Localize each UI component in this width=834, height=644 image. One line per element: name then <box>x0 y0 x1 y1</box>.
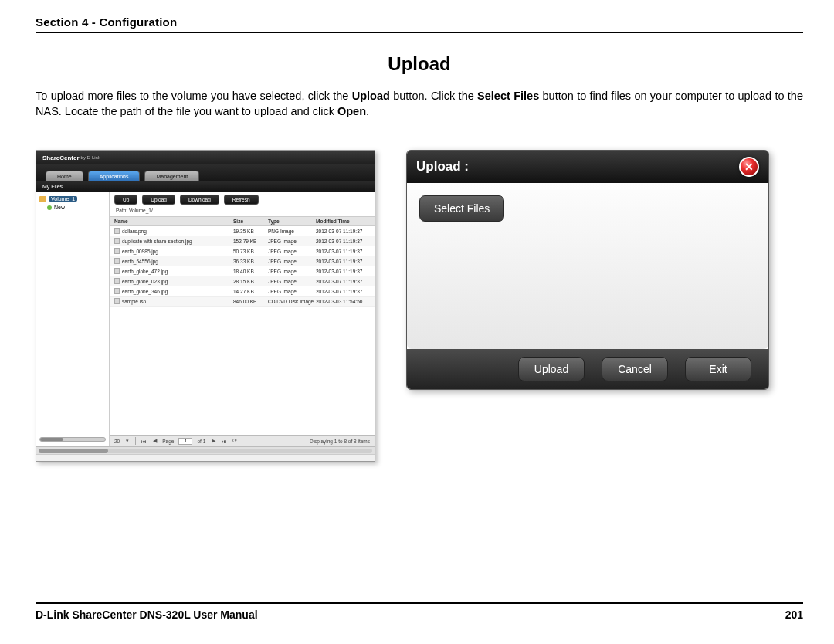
refresh-button[interactable]: Refresh <box>224 195 259 205</box>
sidebar-scrollbar[interactable] <box>39 437 106 442</box>
bullet-icon <box>47 205 52 210</box>
cell-mtime: 2012-03-07 11:19:37 <box>316 279 370 284</box>
table-row[interactable]: earth_54556.jpg36.33 KBJPEG Image2012-03… <box>110 256 375 266</box>
download-button[interactable]: Download <box>180 195 219 205</box>
next-page-icon[interactable]: ▶ <box>210 438 216 444</box>
page-input[interactable] <box>178 438 192 445</box>
file-icon <box>114 288 120 294</box>
cell-type: CD/DVD Disk Image <box>268 299 316 304</box>
bold-upload: Upload <box>352 90 390 102</box>
cell-size: 19.35 KB <box>233 229 268 234</box>
table-row[interactable]: earth_globe_023.jpg28.15 KBJPEG Image201… <box>110 276 375 286</box>
path-label: Path: <box>116 208 127 213</box>
tree-root[interactable]: Volume_1 <box>39 196 106 202</box>
section-header: Section 4 - Configuration <box>36 15 803 33</box>
page-of: of 1 <box>197 439 205 444</box>
tree-child[interactable]: New <box>47 205 106 210</box>
col-name[interactable]: Name <box>114 219 233 224</box>
bold-open: Open <box>337 105 366 117</box>
cell-size: 14.27 KB <box>233 289 268 294</box>
upload-button[interactable]: Upload <box>142 195 175 205</box>
statusbar <box>36 454 375 461</box>
sharecenter-window: ShareCenterby D-Link Home Applications M… <box>36 150 375 462</box>
cell-size: 152.79 KB <box>233 239 268 244</box>
refresh-icon[interactable]: ⟳ <box>232 438 238 444</box>
dialog-exit-button[interactable]: Exit <box>685 357 751 381</box>
close-icon[interactable]: ✕ <box>739 157 759 177</box>
table-row[interactable]: dollars.png19.35 KBPNG Image2012-03-07 1… <box>110 226 375 236</box>
table-row[interactable]: earth_globe_472.jpg18.40 KBJPEG Image201… <box>110 266 375 276</box>
cell-size: 50.73 KB <box>233 249 268 254</box>
file-icon <box>114 238 120 244</box>
path-value: Volume_1/ <box>129 208 153 213</box>
cell-size: 846.00 KB <box>233 299 268 304</box>
file-icon <box>114 248 120 254</box>
cell-size: 18.40 KB <box>233 269 268 274</box>
file-icon <box>114 268 120 274</box>
cell-mtime: 2012-03-07 11:19:37 <box>316 269 370 274</box>
dialog-footer: Upload Cancel Exit <box>407 349 768 389</box>
footer-manual: D-Link ShareCenter DNS-320L User Manual <box>36 608 258 621</box>
cell-type: PNG Image <box>268 229 316 234</box>
cell-mtime: 2012-03-07 11:19:37 <box>316 249 370 254</box>
table-row[interactable]: earth_globe_346.jpg14.27 KBJPEG Image201… <box>110 286 375 297</box>
cell-name: sample.iso <box>122 299 146 304</box>
cell-size: 28.15 KB <box>233 279 268 284</box>
cell-name: earth_globe_346.jpg <box>122 289 168 294</box>
prev-page-icon[interactable]: ◀ <box>151 438 158 444</box>
cell-mtime: 2012-03-07 11:19:37 <box>316 239 370 244</box>
cell-type: JPEG Image <box>268 259 316 264</box>
breadcrumb: Path: Volume_1/ <box>110 206 375 216</box>
table-header: Name Size Type Modified Time <box>110 216 375 226</box>
up-button[interactable]: Up <box>114 195 137 205</box>
cell-name: earth_globe_472.jpg <box>122 269 168 274</box>
footer-page-number: 201 <box>785 608 803 621</box>
upload-dialog: Upload : ✕ Select Files Upload Cancel Ex… <box>406 150 769 390</box>
dialog-cancel-button[interactable]: Cancel <box>602 357 668 381</box>
cell-type: JPEG Image <box>268 239 316 244</box>
tab-bar: Home Applications Management <box>36 164 375 181</box>
cell-name: dollars.png <box>122 229 147 234</box>
file-icon <box>114 278 120 284</box>
cell-name: earth_00985.jpg <box>122 249 158 254</box>
cell-name: duplicate with share-section.jpg <box>122 239 192 244</box>
sidebar: Volume_1 New <box>36 192 110 446</box>
page-footer: D-Link ShareCenter DNS-320L User Manual … <box>36 602 803 621</box>
text-segment: To upload more files to the volume you h… <box>36 90 352 102</box>
text-segment: . <box>366 105 369 117</box>
cell-mtime: 2012-03-03 11:54:50 <box>316 299 370 304</box>
table-row[interactable]: earth_00985.jpg50.73 KBJPEG Image2012-03… <box>110 246 375 256</box>
tab-applications[interactable]: Applications <box>88 171 141 181</box>
file-icon <box>114 258 120 264</box>
chevron-down-icon[interactable]: ▾ <box>124 438 131 444</box>
sharecenter-titlebar: ShareCenterby D-Link <box>36 151 375 164</box>
main-panel: Up Upload Download Refresh Path: Volume_… <box>110 192 375 446</box>
last-page-icon[interactable]: ⏭ <box>221 438 227 444</box>
tab-management[interactable]: Management <box>144 171 199 181</box>
col-type[interactable]: Type <box>268 219 316 224</box>
file-icon <box>114 228 120 234</box>
table-row[interactable]: duplicate with share-section.jpg152.79 K… <box>110 236 375 246</box>
col-size[interactable]: Size <box>233 219 268 224</box>
dialog-upload-button[interactable]: Upload <box>518 357 585 381</box>
page-size[interactable]: 20 <box>114 439 120 444</box>
tab-home[interactable]: Home <box>46 171 83 181</box>
first-page-icon[interactable]: ⏮ <box>141 438 147 444</box>
text-segment: button. Click the <box>390 90 477 102</box>
table-row[interactable]: sample.iso846.00 KBCD/DVD Disk Image2012… <box>110 297 375 307</box>
cell-name: earth_54556.jpg <box>122 259 158 264</box>
select-files-button[interactable]: Select Files <box>419 195 504 222</box>
page-title: Upload <box>36 53 803 75</box>
pager: 20 ▾ ⏮ ◀ Page of 1 ▶ ⏭ ⟳ Displaying 1 to… <box>110 435 375 446</box>
subbar-myfiles: My Files <box>36 181 375 192</box>
tree-root-label: Volume_1 <box>49 196 77 202</box>
dialog-title: Upload : <box>416 159 469 175</box>
bottom-scrollbar[interactable] <box>36 446 375 454</box>
brand-sub: by D-Link <box>81 155 100 160</box>
col-mtime[interactable]: Modified Time <box>316 219 370 224</box>
body-paragraph: To upload more files to the volume you h… <box>36 89 803 119</box>
file-toolbar: Up Upload Download Refresh <box>110 192 375 206</box>
dialog-body: Select Files <box>407 183 768 349</box>
cell-type: JPEG Image <box>268 269 316 274</box>
dialog-header: Upload : ✕ <box>407 151 768 183</box>
